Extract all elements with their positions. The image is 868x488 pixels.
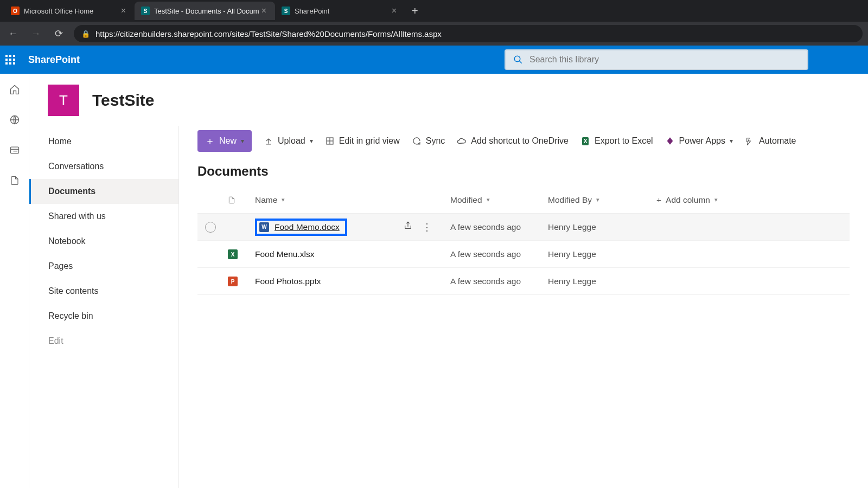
column-header-name[interactable]: Name▾ — [255, 195, 450, 205]
url-text: https://citizenbuilders.sharepoint.com/s… — [95, 29, 442, 38]
power-apps-button[interactable]: Power Apps ▾ — [665, 136, 733, 146]
close-icon[interactable]: × — [259, 6, 269, 16]
sidebar-item[interactable]: Site contents — [29, 279, 178, 304]
tab-label: Microsoft Office Home — [24, 7, 93, 15]
tab-favicon: S — [141, 7, 150, 15]
upload-button[interactable]: Upload ▾ — [264, 136, 313, 146]
svg-rect-8 — [13, 62, 15, 65]
sidebar-item[interactable]: Home — [29, 129, 178, 154]
upload-icon — [264, 136, 273, 146]
sidebar-item[interactable]: Edit — [29, 329, 178, 354]
chevron-down-icon: ▾ — [596, 196, 599, 203]
browser-tab[interactable]: SSharePoint× — [275, 2, 405, 20]
file-type-icon: X — [228, 249, 238, 259]
modified-cell: A few seconds ago — [450, 222, 548, 232]
file-name-link[interactable]: Food Photos.pptx — [255, 277, 321, 286]
chevron-down-icon: ▾ — [282, 196, 285, 203]
search-icon — [513, 55, 523, 65]
plus-icon: + — [656, 195, 661, 205]
file-name-link[interactable]: Food Menu.xlsx — [255, 249, 314, 259]
svg-rect-7 — [9, 62, 11, 65]
powerapps-icon — [665, 136, 675, 146]
svg-rect-4 — [9, 59, 11, 61]
svg-rect-2 — [13, 55, 15, 57]
tab-label: TestSite - Documents - All Docum — [154, 7, 259, 15]
document-table: Name▾ Modified▾ Modified By▾ +Add column… — [179, 187, 868, 295]
sidebar-item[interactable]: Pages — [29, 254, 178, 279]
table-row[interactable]: X Food Menu.xlsx A few seconds ago Henry… — [197, 241, 850, 268]
file-name-link[interactable]: Food Memo.docx — [275, 222, 340, 232]
tab-label: SharePoint — [295, 7, 329, 15]
forward-button[interactable]: → — [28, 28, 43, 40]
column-header-modifiedby[interactable]: Modified By▾ — [548, 195, 656, 205]
modifiedby-cell: Henry Legge — [548, 222, 656, 232]
sidebar-item[interactable]: Recycle bin — [29, 304, 178, 329]
library-title: Documents — [179, 158, 868, 187]
home-icon[interactable] — [9, 84, 21, 95]
share-icon[interactable] — [404, 221, 412, 233]
automate-button[interactable]: Automate — [745, 136, 796, 146]
brand-label[interactable]: SharePoint — [28, 54, 80, 66]
file-type-icon: P — [228, 277, 238, 286]
tab-favicon: S — [282, 7, 290, 15]
sidebar-item[interactable]: Documents — [29, 179, 178, 204]
back-button[interactable]: ← — [5, 28, 21, 40]
table-row[interactable]: P Food Photos.pptx A few seconds ago Hen… — [197, 268, 850, 295]
export-excel-button[interactable]: X Export to Excel — [580, 136, 653, 146]
sync-button[interactable]: Sync — [412, 136, 445, 146]
excel-icon: X — [580, 136, 590, 146]
site-title[interactable]: TestSite — [92, 91, 154, 110]
close-icon[interactable]: × — [390, 6, 399, 16]
add-column-button[interactable]: +Add column▾ — [656, 195, 776, 205]
sync-icon — [412, 136, 422, 146]
column-header-type[interactable] — [228, 196, 255, 204]
svg-line-10 — [519, 61, 522, 63]
grid-icon — [325, 136, 335, 146]
site-header: T TestSite — [29, 74, 868, 126]
address-bar[interactable]: 🔒 https://citizenbuilders.sharepoint.com… — [74, 25, 863, 42]
app-launcher-icon[interactable] — [5, 55, 25, 65]
svg-rect-6 — [5, 62, 8, 65]
select-circle[interactable] — [205, 222, 216, 233]
edit-grid-button[interactable]: Edit in grid view — [325, 136, 400, 146]
globe-icon[interactable] — [9, 114, 21, 126]
chevron-down-icon: ▾ — [241, 137, 244, 145]
modified-cell: A few seconds ago — [450, 277, 548, 286]
sidebar-item[interactable]: Conversations — [29, 154, 178, 179]
search-box[interactable] — [505, 49, 808, 70]
site-nav: HomeConversationsDocumentsShared with us… — [29, 126, 179, 488]
left-rail — [0, 74, 29, 488]
onedrive-icon — [457, 136, 467, 146]
file-type-icon: W — [259, 222, 269, 232]
new-tab-button[interactable]: + — [405, 5, 425, 17]
chevron-down-icon: ▾ — [730, 137, 733, 145]
search-input[interactable] — [529, 55, 800, 65]
files-icon[interactable] — [9, 175, 21, 187]
table-row[interactable]: WFood Memo.docx⋮ A few seconds ago Henry… — [197, 214, 850, 241]
browser-tab[interactable]: OMicrosoft Office Home× — [4, 2, 135, 20]
browser-toolbar: ← → ⟳ 🔒 https://citizenbuilders.sharepoi… — [0, 22, 868, 46]
reload-button[interactable]: ⟳ — [51, 28, 66, 40]
column-header-modified[interactable]: Modified▾ — [450, 195, 548, 205]
close-icon[interactable]: × — [119, 6, 128, 16]
lock-icon: 🔒 — [81, 30, 90, 38]
browser-tab-strip: OMicrosoft Office Home×STestSite - Docum… — [0, 0, 868, 22]
more-icon[interactable]: ⋮ — [422, 221, 432, 233]
browser-tab[interactable]: STestSite - Documents - All Docum× — [135, 2, 275, 20]
site-logo[interactable]: T — [48, 85, 79, 116]
modifiedby-cell: Henry Legge — [548, 277, 656, 286]
add-shortcut-button[interactable]: Add shortcut to OneDrive — [457, 136, 569, 146]
automate-icon — [745, 136, 755, 146]
modified-cell: A few seconds ago — [450, 249, 548, 259]
news-icon[interactable] — [9, 144, 21, 156]
new-button[interactable]: ＋ New ▾ — [197, 130, 252, 152]
chevron-down-icon: ▾ — [310, 137, 313, 145]
sidebar-item[interactable]: Notebook — [29, 229, 178, 254]
modifiedby-cell: Henry Legge — [548, 249, 656, 259]
sidebar-item[interactable]: Shared with us — [29, 204, 178, 229]
svg-rect-5 — [13, 59, 15, 61]
command-bar: ＋ New ▾ Upload ▾ Edit in grid view — [179, 126, 868, 158]
svg-point-9 — [514, 56, 520, 62]
svg-rect-12 — [10, 147, 18, 153]
chevron-down-icon: ▾ — [487, 196, 490, 203]
